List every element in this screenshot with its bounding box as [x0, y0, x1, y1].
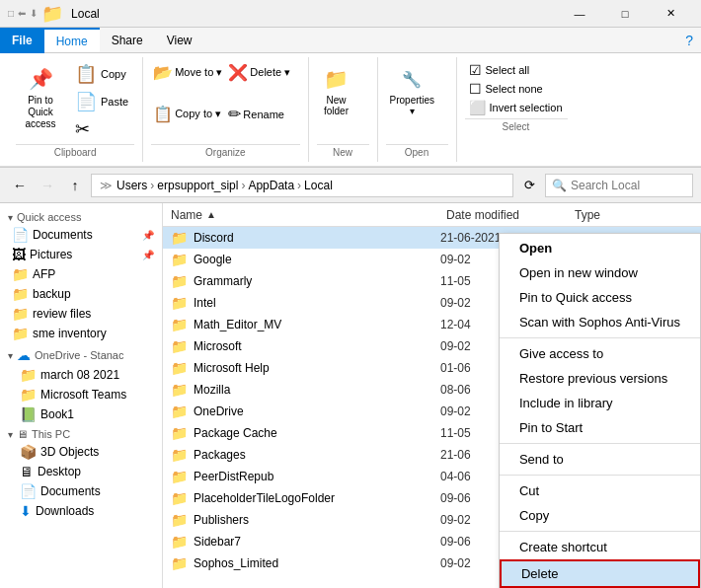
thispc-label: This PC — [32, 428, 70, 440]
maximize-button[interactable]: □ — [602, 0, 648, 28]
clipboard-items: 📌 Pin to Quick access 📋 Copy 📄 Paste ✂ — [16, 61, 134, 142]
refresh-button[interactable]: ⟳ — [517, 174, 541, 197]
publishers-folder-icon: 📁 — [171, 512, 188, 528]
peerdistrepub-folder-icon: 📁 — [171, 469, 188, 484]
sidebar-item-afp[interactable]: 📁 AFP — [0, 264, 162, 284]
sidebar-item-backup[interactable]: 📁 backup — [0, 284, 162, 304]
search-icon: 🔍 — [552, 179, 567, 192]
search-input[interactable] — [571, 179, 686, 192]
context-pintostart[interactable]: Pin to Start — [500, 415, 700, 440]
packages-name: Packages — [194, 448, 434, 462]
onedrive-section[interactable]: ▾ ☁ OneDrive - Stanac — [0, 343, 162, 365]
selectnone-button[interactable]: ☐ Select none — [465, 80, 568, 98]
cut-button[interactable]: ✂ — [69, 116, 134, 142]
context-scanwithsophos[interactable]: Scan with Sophos Anti-Virus — [500, 310, 700, 334]
rename-button[interactable]: ✏ Rename — [226, 103, 299, 125]
organize-label: Organize — [151, 144, 299, 158]
paste-icon: 📄 — [75, 91, 97, 112]
context-restorepreviousversions[interactable]: Restore previous versions — [500, 366, 700, 391]
sidebar-item-3dobjects[interactable]: 📦 3D Objects — [0, 442, 162, 462]
thispc-section[interactable]: ▾ 🖥 This PC — [0, 424, 162, 442]
microsoft-name: Microsoft — [194, 339, 434, 353]
documents-icon: 📄 — [12, 227, 29, 243]
quick-access-section[interactable]: ▾ Quick access — [0, 207, 162, 225]
moveto-button[interactable]: 📂 Move to ▾ — [151, 61, 224, 84]
up-button[interactable]: ↑ — [63, 174, 87, 197]
copyto-button[interactable]: 📋 Copy to ▾ — [151, 103, 224, 125]
newfolder-button[interactable]: 📁 Newfolder — [317, 61, 356, 118]
context-cut[interactable]: Cut — [500, 478, 700, 503]
packagecache-folder-icon: 📁 — [171, 425, 188, 441]
mozilla-name: Mozilla — [194, 383, 434, 397]
select-items: ☑ Select all ☐ Select none ⬜ Invert sele… — [465, 61, 568, 116]
desktop-icon: 🖥 — [20, 464, 34, 479]
matheditor-folder-icon: 📁 — [171, 317, 188, 332]
context-createshortcut[interactable]: Create shortcut — [500, 535, 700, 559]
pin-button[interactable]: 📌 Pin to Quick access — [16, 61, 65, 132]
separator-1 — [500, 337, 700, 338]
selectall-button[interactable]: ☑ Select all — [465, 61, 568, 79]
sidebar-item-book1[interactable]: 📗 Book1 — [0, 404, 162, 424]
context-sendto[interactable]: Send to — [500, 447, 700, 472]
tab-home[interactable]: Home — [44, 28, 100, 52]
sidebar-item-teams[interactable]: 📁 Microsoft Teams — [0, 385, 162, 404]
sidebar: ▾ Quick access 📄 Documents 📌 🖼 Pictures … — [0, 203, 163, 588]
minimize-button[interactable]: — — [557, 0, 602, 28]
invertselection-button[interactable]: ⬜ Invert selection — [465, 99, 568, 116]
delete-button[interactable]: ❌ Delete ▾ — [226, 61, 299, 84]
publishers-name: Publishers — [194, 513, 434, 527]
context-openinnewwindow[interactable]: Open in new window — [500, 260, 700, 285]
forward-button[interactable]: → — [36, 174, 59, 197]
quick-access-label: Quick access — [17, 211, 81, 223]
tab-view[interactable]: View — [155, 28, 204, 52]
downloads-icon: ⬇ — [20, 503, 32, 519]
back-button[interactable]: ← — [8, 174, 32, 197]
clipboard-group: 📌 Pin to Quick access 📋 Copy 📄 Paste ✂ — [8, 57, 143, 162]
close-button[interactable]: ✕ — [648, 0, 693, 28]
sidebar-item-reviewfiles[interactable]: 📁 review files — [0, 304, 162, 324]
paste-button[interactable]: 📄 Paste — [69, 89, 134, 114]
pin-indicator-2: 📌 — [142, 250, 154, 260]
sidebar-item-downloads[interactable]: ⬇ Downloads — [0, 501, 162, 521]
context-includeinlibrary[interactable]: Include in library — [500, 391, 700, 415]
properties-button[interactable]: 🔧 Properties▾ — [386, 61, 439, 118]
sidebar7-folder-icon: 📁 — [171, 534, 188, 550]
file-list-container: Name ▲ Date modified Type 📁 Discord 21-0… — [163, 203, 701, 588]
address-path[interactable]: ≫ Users › erpsupport_sipl › AppData › Lo… — [91, 174, 513, 197]
col-name-header[interactable]: Name ▲ — [171, 208, 446, 222]
copy-button[interactable]: 📋 Copy — [69, 61, 134, 87]
matheditor-name: Math_Editor_MV — [194, 318, 434, 331]
tab-share[interactable]: Share — [100, 28, 155, 52]
context-pintoquickaccess[interactable]: Pin to Quick access — [500, 285, 700, 310]
col-type-header[interactable]: Type — [575, 208, 693, 222]
placeholder-name: PlaceholderTileLogoFolder — [194, 491, 434, 505]
select-group: ☑ Select all ☐ Select none ⬜ Invert sele… — [457, 57, 576, 162]
path-appdata: AppData — [248, 179, 294, 192]
sidebar-item-pictures[interactable]: 🖼 Pictures 📌 — [0, 245, 162, 264]
sidebar-item-documents2[interactable]: 📄 Documents — [0, 481, 162, 501]
ribbon-tabs: File Home Share View ? — [0, 28, 701, 53]
open-label: Open — [386, 144, 448, 158]
discord-name: Discord — [194, 231, 434, 245]
sort-icon: ▲ — [206, 209, 216, 220]
path-users: Users — [117, 179, 147, 192]
context-giveaccessto[interactable]: Give access to — [500, 341, 700, 366]
context-open[interactable]: Open — [500, 236, 700, 260]
sidebar-item-smeinventory[interactable]: 📁 sme inventory — [0, 324, 162, 343]
open-items: 🔧 Properties▾ — [386, 61, 448, 142]
moveto-icon: 📂 — [153, 63, 173, 82]
thispc-icon: 🖥 — [17, 428, 28, 440]
context-delete[interactable]: Delete — [500, 559, 700, 588]
context-copy[interactable]: Copy — [500, 503, 700, 528]
col-date-header[interactable]: Date modified — [446, 208, 575, 222]
sidebar-item-documents[interactable]: 📄 Documents 📌 — [0, 225, 162, 245]
sidebar-item-march[interactable]: 📁 march 08 2021 — [0, 365, 162, 385]
search-box: 🔍 — [545, 174, 693, 197]
teams-icon: 📁 — [20, 387, 37, 403]
selectnone-icon: ☐ — [469, 81, 482, 97]
sidebar-item-desktop[interactable]: 🖥 Desktop — [0, 462, 162, 481]
new-group: 📁 Newfolder New — [309, 57, 378, 162]
tab-file[interactable]: File — [0, 28, 44, 53]
file-list-header: Name ▲ Date modified Type — [163, 203, 701, 227]
properties-icon: 🔧 — [396, 63, 428, 95]
